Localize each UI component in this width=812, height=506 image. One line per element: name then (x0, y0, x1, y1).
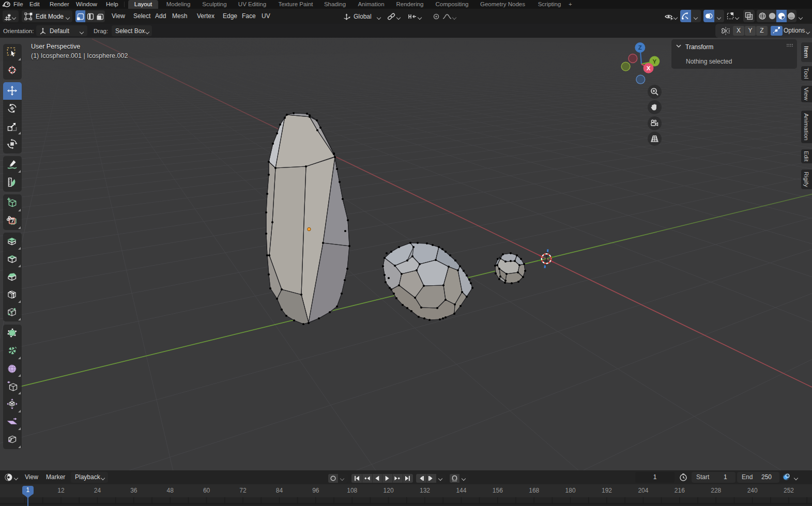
svg-text:X: X (647, 65, 651, 71)
svg-text:Y: Y (652, 58, 656, 65)
svg-text:Z: Z (638, 44, 642, 51)
